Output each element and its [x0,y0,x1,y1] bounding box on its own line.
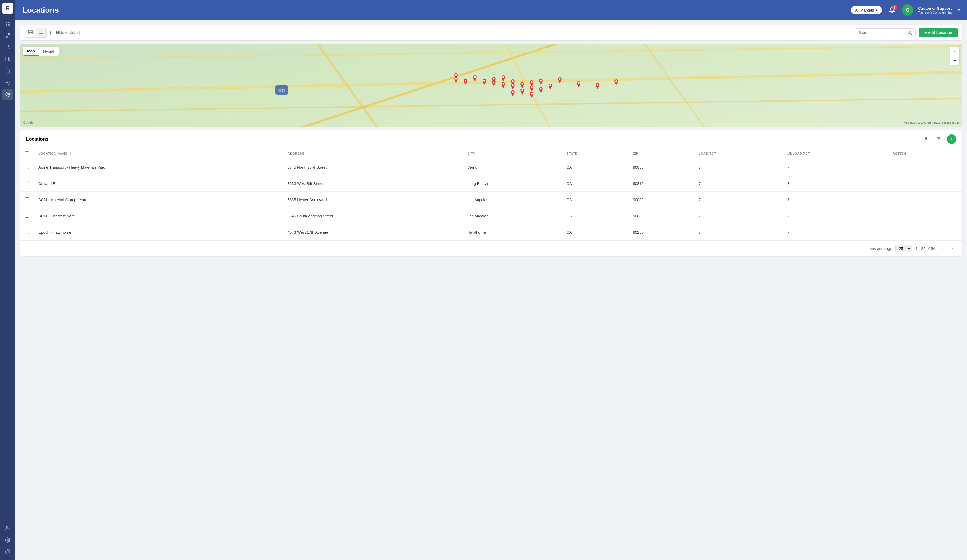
svg-point-9 [6,60,7,61]
add-location-button[interactable]: + Add Location [919,28,957,37]
row-checkbox[interactable] [25,165,29,169]
row-checkbox[interactable] [25,181,29,185]
svg-rect-22 [39,31,43,31]
row-action-menu[interactable]: ⋮ [893,197,898,203]
row-address: 4543 West 17th Avenue [283,224,463,240]
per-page-label: Items per page: [866,246,893,251]
map-zoom-controls: + − [950,47,959,65]
row-location-name: BCM - Concrete Yard [34,208,283,224]
row-checkbox[interactable] [25,214,29,218]
row-zip: 90058 [628,159,694,175]
sidebar-item-people[interactable] [2,523,13,534]
row-action-menu[interactable]: ⋮ [893,164,898,170]
hide-archived-toggle[interactable]: Hide Archived [50,30,80,35]
hide-archived-checkbox[interactable] [50,31,54,35]
map-pin[interactable] [510,91,515,97]
row-action: ⋮ [888,159,962,175]
sidebar-item-reports[interactable] [2,66,13,76]
col-state: State [562,148,628,159]
map-pin[interactable] [538,79,543,86]
map-pin[interactable] [463,79,468,86]
table-header: Locations + [20,130,962,148]
svg-point-10 [8,60,10,61]
locations-table-section: Locations + Location Name [20,130,962,256]
svg-point-47 [512,84,514,86]
row-unload-tgt: 7 [783,159,888,175]
row-action-menu[interactable]: ⋮ [893,180,898,186]
next-page-button[interactable]: › [948,244,956,252]
map-tab-map[interactable]: Map [23,47,39,56]
content-area: Hide Archived 🔍 + Add Location [15,20,967,560]
svg-point-38 [465,80,466,82]
table-filter-button[interactable] [934,134,943,144]
search-input[interactable] [858,30,906,35]
sidebar-item-vehicles[interactable] [2,54,13,64]
sidebar: R [0,0,15,560]
map-pin[interactable] [538,87,543,94]
map-pin[interactable] [472,75,478,82]
map-pin[interactable] [520,89,525,95]
map-pin[interactable] [595,83,600,89]
sidebar-item-routes[interactable] [2,30,13,41]
map-pin[interactable] [548,84,553,90]
sidebar-item-analytics[interactable] [2,77,13,88]
table-columns-button[interactable] [921,134,930,144]
svg-point-6 [7,45,8,47]
row-checkbox[interactable] [25,230,29,234]
map-zoom-in[interactable]: + [950,47,959,56]
row-action-menu[interactable]: ⋮ [893,213,898,219]
svg-point-50 [540,80,542,82]
sidebar-item-dashboard[interactable] [2,18,13,29]
map-pin[interactable] [614,79,619,86]
map-view-button[interactable] [25,28,36,37]
svg-point-58 [616,80,617,82]
svg-point-44 [502,76,504,78]
map-pin[interactable] [482,79,487,86]
map-attribution: Map data ©2019 Google, INEGI | Terms of … [904,121,959,124]
map-pin[interactable] [557,77,563,84]
sidebar-item-users[interactable] [2,42,13,53]
row-checkbox-cell [20,192,34,208]
map-pin[interactable] [501,75,506,82]
row-state: CA [562,175,628,192]
map-pin[interactable] [501,82,506,89]
row-address: 3545 South Angelos Street [283,208,463,224]
per-page-select[interactable]: 25 50 100 [896,245,912,252]
map-pin[interactable] [529,92,534,98]
row-load-tgt: 7 [694,224,783,240]
table-row: Epoch - Hawthorne 4543 West 17th Avenue … [20,224,962,240]
select-all-checkbox[interactable] [25,151,29,155]
sidebar-item-settings[interactable] [2,535,13,545]
row-action-menu[interactable]: ⋮ [893,229,898,235]
markets-dropdown[interactable]: All Markets ▾ [851,6,882,14]
svg-point-15 [7,539,8,541]
row-address: 5685 Hester Boulevard [283,192,463,208]
table-row: BCM - Material Storage Yard 5685 Hester … [20,192,962,208]
row-checkbox[interactable] [25,197,29,201]
map-pin[interactable] [576,81,581,88]
user-chevron-icon[interactable]: ▾ [958,8,960,12]
map-pin[interactable] [529,86,534,92]
notifications-button[interactable]: 6 [887,5,897,15]
map-pin[interactable] [453,77,459,84]
svg-point-39 [455,78,457,80]
svg-point-48 [521,83,523,85]
sidebar-item-help[interactable] [2,547,13,557]
svg-point-55 [550,84,551,86]
map-pin[interactable] [491,77,497,84]
row-state: CA [562,208,628,224]
page-info: 1 - 25 of 54 [916,246,935,251]
map-tab-hybrid[interactable]: Hybrid [39,47,58,56]
row-location-name: Epoch - Hawthorne [34,224,283,240]
list-view-button[interactable] [36,28,46,37]
svg-point-59 [531,93,533,94]
svg-text:101: 101 [277,88,286,94]
table-add-button[interactable]: + [947,134,956,144]
row-unload-tgt: 7 [783,224,888,240]
map-zoom-out[interactable]: − [950,56,959,65]
prev-page-button[interactable]: ‹ [939,244,947,252]
chevron-down-icon: ▾ [876,8,878,12]
map-pin[interactable] [520,82,525,89]
map-pin[interactable] [510,84,515,90]
sidebar-item-locations[interactable] [2,89,13,100]
